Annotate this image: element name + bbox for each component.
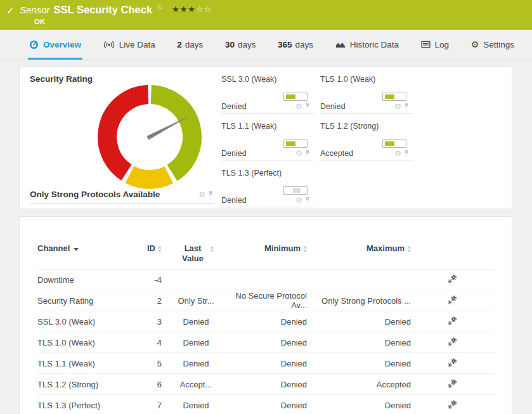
tile-value: Denied (320, 102, 346, 111)
channel-name: TLS 1.2 (Strong) (37, 380, 140, 389)
tile-tls-1-2: TLS 1.2 (Strong) Accepted ⚙ (320, 113, 413, 160)
channel-name: SSL 3.0 (Weak) (37, 317, 140, 327)
channel-last-value: Only Str... (162, 296, 230, 306)
tile-indicator (283, 139, 308, 148)
tile-tls-1-3: TLS 1.3 (Perfect) Denied ⚙ (221, 160, 314, 207)
channel-maximum: Denied (307, 359, 411, 368)
table-row-tls-1-3: TLS 1.3 (Perfect) 7 Denied Denied Denied (37, 395, 494, 414)
channel-settings-gears-icon[interactable] (448, 337, 457, 348)
channel-settings-gears-icon[interactable] (448, 275, 457, 285)
overview-card: Security Rating Only Strong Protocols Av… (19, 66, 512, 209)
tile-label: TLS 1.3 (Perfect) (221, 169, 314, 179)
tab-2-days[interactable]: 2 days (176, 30, 204, 60)
tile-value: Denied (221, 149, 247, 158)
sort-desc-icon (74, 248, 79, 251)
tile-tls-1-0: TLS 1.0 (Weak) Denied ⚙ (320, 67, 413, 113)
channel-name: TLS 1.1 (Weak) (37, 359, 140, 368)
channel-id: 7 (140, 401, 162, 410)
tile-value: Accepted (320, 149, 353, 158)
gear-icon[interactable]: ⚙ (198, 190, 205, 199)
channel-id: 4 (140, 338, 162, 347)
pin-icon[interactable] (404, 149, 409, 158)
channel-settings-gears-icon[interactable] (448, 358, 457, 369)
protocol-tiles: SSL 3.0 (Weak) Denied ⚙ TLS 1.0 (Weak) D… (221, 67, 413, 207)
channel-minimum: Denied (230, 317, 307, 327)
sort-arrows-icon (407, 246, 411, 252)
column-header-id[interactable]: ID (140, 243, 162, 254)
channel-last-value: Denied (162, 317, 230, 327)
pin-icon[interactable] (305, 102, 310, 111)
tab-historic-data[interactable]: Historic Data (334, 30, 400, 60)
tile-value: Denied (221, 102, 247, 111)
tile-label: TLS 1.0 (Weak) (320, 75, 413, 86)
status-badge: OK (34, 18, 212, 25)
tab-30-days[interactable]: 30 days (224, 30, 257, 60)
channel-maximum: Denied (307, 401, 411, 410)
channel-last-value: Denied (162, 401, 230, 410)
table-row-tls-1-2: TLS 1.2 (Strong) 6 Accept... Denied Acce… (37, 374, 494, 395)
tab-settings[interactable]: ⚙ Settings (470, 30, 516, 60)
channel-minimum: Denied (230, 401, 307, 410)
channel-name: TLS 1.3 (Perfect) (37, 401, 140, 410)
column-header-maximum[interactable]: Maximum (307, 243, 411, 254)
gauge-caption-row: Only Strong Protocols Available ⚙ (30, 190, 214, 204)
table-row-downtime: Downtime -4 (37, 269, 494, 290)
priority-stars[interactable]: ★★★☆☆ (172, 4, 212, 14)
tile-value: Denied (221, 196, 247, 205)
log-icon (421, 41, 431, 48)
channel-settings-gears-icon[interactable] (448, 400, 457, 411)
gear-icon[interactable]: ⚙ (394, 149, 401, 158)
channel-name: TLS 1.0 (Weak) (37, 338, 140, 347)
channel-minimum: No Secure Protocol Av... (230, 291, 307, 310)
column-header-channel[interactable]: Channel (37, 243, 140, 254)
pin-icon[interactable] (208, 190, 214, 199)
gauge-value-label: Only Strong Protocols Available (30, 190, 160, 199)
table-row-tls-1-1: TLS 1.1 (Weak) 5 Denied Denied Denied (37, 353, 494, 374)
star-empty-icons: ☆☆ (196, 4, 212, 14)
tile-label: TLS 1.1 (Weak) (221, 122, 314, 133)
pin-icon[interactable] (305, 149, 310, 158)
column-header-last-value[interactable]: Last Value (162, 243, 230, 264)
tab-number: 2 (177, 40, 182, 49)
tab-log[interactable]: Log (420, 30, 451, 60)
tab-label: days (185, 40, 204, 49)
channel-settings-gears-icon[interactable] (448, 379, 457, 390)
gear-icon[interactable]: ⚙ (295, 102, 302, 111)
channel-maximum: Accepted (307, 380, 411, 389)
gear-icon[interactable]: ⚙ (295, 149, 302, 158)
channel-name: Security Rating (37, 296, 140, 306)
tab-label: Settings (483, 40, 514, 49)
gear-icon: ⚙ (471, 39, 479, 49)
column-header-minimum[interactable]: Minimum (230, 243, 307, 254)
tab-label: Overview (43, 40, 81, 49)
pin-icon[interactable] (305, 196, 310, 205)
channel-settings-gears-icon[interactable] (448, 295, 457, 306)
channel-name: Downtime (37, 275, 140, 285)
tab-365-days[interactable]: 365 days (276, 30, 315, 60)
pin-icon[interactable] (404, 102, 409, 111)
channel-settings-gears-icon[interactable] (448, 316, 457, 327)
sensor-title: SSL Security Check (54, 4, 153, 16)
tile-label: SSL 3.0 (Weak) (221, 75, 314, 86)
tile-ssl-3-0: SSL 3.0 (Weak) Denied ⚙ (221, 67, 314, 113)
channels-table-header: Channel ID Last Value Minimum Maximum (37, 217, 494, 269)
tile-tls-1-1: TLS 1.1 (Weak) Denied ⚙ (221, 113, 314, 160)
channel-id: 5 (140, 359, 162, 368)
broadcast-icon (103, 41, 115, 49)
flag-icon[interactable]: ⚐ (157, 4, 163, 12)
channel-last-value: Denied (162, 338, 230, 347)
sort-arrows-icon (210, 246, 214, 252)
tab-label: Historic Data (350, 40, 399, 49)
gear-icon[interactable]: ⚙ (295, 196, 302, 205)
channel-minimum: Denied (230, 338, 307, 347)
tile-indicator (283, 93, 308, 101)
tab-live-data[interactable]: Live Data (102, 30, 157, 60)
tab-number: 30 (225, 40, 235, 49)
gear-icon[interactable]: ⚙ (394, 102, 401, 111)
table-row-tls-1-0: TLS 1.0 (Weak) 4 Denied Denied Denied (37, 332, 494, 353)
security-rating-gauge (86, 74, 213, 200)
tab-overview[interactable]: Overview (28, 30, 82, 60)
tile-indicator (283, 186, 308, 195)
tab-label: Log (435, 40, 450, 49)
channel-id: 2 (140, 296, 162, 306)
